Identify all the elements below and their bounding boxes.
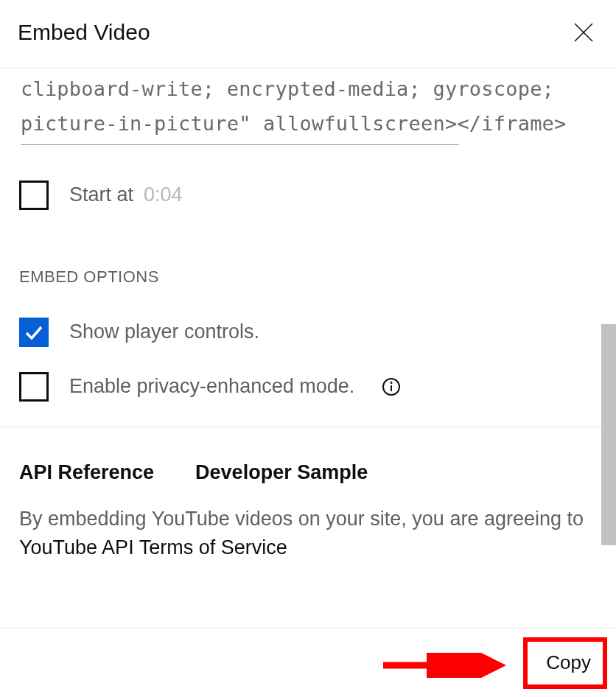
embed-code-underline — [21, 144, 459, 145]
terms-text: By embedding YouTube videos on your site… — [0, 505, 616, 595]
privacy-mode-label: Enable privacy-enhanced mode. — [69, 375, 354, 398]
close-button[interactable] — [569, 18, 598, 47]
scrollbar-thumb[interactable] — [601, 324, 616, 545]
dialog-footer: Copy — [0, 628, 616, 697]
privacy-mode-row: Enable privacy-enhanced mode. — [0, 372, 616, 402]
show-player-controls-label: Show player controls. — [69, 321, 259, 343]
api-reference-link[interactable]: API Reference — [19, 461, 154, 484]
checkmark-icon — [24, 322, 44, 343]
show-player-controls-checkbox[interactable] — [19, 318, 49, 347]
privacy-mode-checkbox[interactable] — [19, 372, 49, 402]
privacy-mode-info-button[interactable] — [381, 376, 402, 397]
dialog-header: Embed Video — [0, 0, 616, 68]
terms-prefix: By embedding YouTube videos on your site… — [19, 508, 584, 530]
dialog-content: clipboard-write; encrypted-media; gyrosc… — [0, 69, 616, 628]
svg-point-2 — [391, 382, 392, 382]
copy-button[interactable]: Copy — [531, 638, 606, 687]
developer-sample-link[interactable]: Developer Sample — [195, 461, 368, 484]
info-icon — [382, 377, 401, 396]
embed-options-heading: EMBED OPTIONS — [0, 267, 616, 287]
start-at-label: Start at — [69, 183, 133, 206]
embed-code-text: clipboard-write; encrypted-media; gyrosc… — [21, 77, 567, 135]
start-at-row: Start at — [0, 181, 616, 210]
developer-links: API Reference Developer Sample — [0, 427, 616, 505]
dialog-title: Embed Video — [18, 20, 150, 45]
embed-video-dialog: Embed Video clipboard-write; encrypted-m… — [0, 0, 616, 697]
scrollbar-track[interactable] — [601, 81, 616, 626]
start-at-checkbox[interactable] — [19, 181, 49, 210]
terms-of-service-link[interactable]: YouTube API Terms of Service — [19, 536, 287, 558]
embed-code-textarea[interactable]: clipboard-write; encrypted-media; gyrosc… — [0, 69, 616, 145]
close-icon — [572, 21, 595, 44]
show-player-controls-row: Show player controls. — [0, 318, 616, 347]
start-at-label-wrap: Start at — [69, 183, 195, 206]
start-at-time-input[interactable] — [144, 183, 195, 206]
